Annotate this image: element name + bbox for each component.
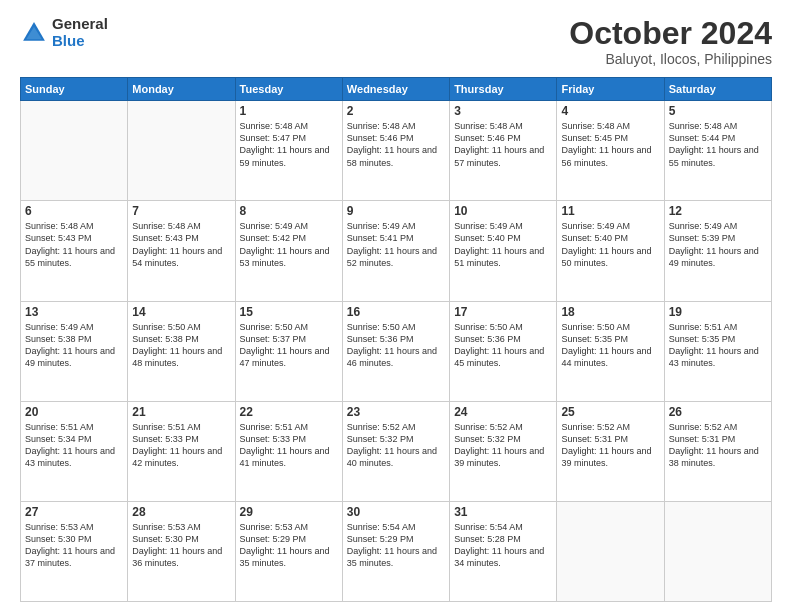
- calendar-row-2: 13Sunrise: 5:49 AMSunset: 5:38 PMDayligh…: [21, 301, 772, 401]
- calendar-cell: 31Sunrise: 5:54 AMSunset: 5:28 PMDayligh…: [450, 501, 557, 601]
- calendar-cell: 25Sunrise: 5:52 AMSunset: 5:31 PMDayligh…: [557, 401, 664, 501]
- day-number: 16: [347, 305, 445, 319]
- calendar-cell: 19Sunrise: 5:51 AMSunset: 5:35 PMDayligh…: [664, 301, 771, 401]
- day-info: Sunrise: 5:50 AMSunset: 5:36 PMDaylight:…: [454, 321, 552, 370]
- calendar-cell: 17Sunrise: 5:50 AMSunset: 5:36 PMDayligh…: [450, 301, 557, 401]
- month-title: October 2024: [569, 16, 772, 51]
- day-info: Sunrise: 5:49 AMSunset: 5:40 PMDaylight:…: [561, 220, 659, 269]
- logo-blue: Blue: [52, 33, 108, 50]
- day-info: Sunrise: 5:52 AMSunset: 5:32 PMDaylight:…: [454, 421, 552, 470]
- day-number: 15: [240, 305, 338, 319]
- day-info: Sunrise: 5:49 AMSunset: 5:39 PMDaylight:…: [669, 220, 767, 269]
- day-number: 7: [132, 204, 230, 218]
- calendar-cell: 22Sunrise: 5:51 AMSunset: 5:33 PMDayligh…: [235, 401, 342, 501]
- day-number: 5: [669, 104, 767, 118]
- day-info: Sunrise: 5:49 AMSunset: 5:38 PMDaylight:…: [25, 321, 123, 370]
- day-number: 4: [561, 104, 659, 118]
- day-number: 13: [25, 305, 123, 319]
- day-number: 10: [454, 204, 552, 218]
- calendar-cell: 28Sunrise: 5:53 AMSunset: 5:30 PMDayligh…: [128, 501, 235, 601]
- day-info: Sunrise: 5:49 AMSunset: 5:40 PMDaylight:…: [454, 220, 552, 269]
- logo-text: General Blue: [52, 16, 108, 49]
- day-number: 31: [454, 505, 552, 519]
- logo-icon: [20, 19, 48, 47]
- day-info: Sunrise: 5:52 AMSunset: 5:32 PMDaylight:…: [347, 421, 445, 470]
- day-number: 12: [669, 204, 767, 218]
- calendar-cell: 24Sunrise: 5:52 AMSunset: 5:32 PMDayligh…: [450, 401, 557, 501]
- day-info: Sunrise: 5:54 AMSunset: 5:29 PMDaylight:…: [347, 521, 445, 570]
- day-info: Sunrise: 5:53 AMSunset: 5:30 PMDaylight:…: [132, 521, 230, 570]
- day-info: Sunrise: 5:49 AMSunset: 5:42 PMDaylight:…: [240, 220, 338, 269]
- logo-general: General: [52, 16, 108, 33]
- day-info: Sunrise: 5:48 AMSunset: 5:43 PMDaylight:…: [25, 220, 123, 269]
- day-number: 19: [669, 305, 767, 319]
- day-number: 11: [561, 204, 659, 218]
- calendar-header-thursday: Thursday: [450, 78, 557, 101]
- calendar-cell: 29Sunrise: 5:53 AMSunset: 5:29 PMDayligh…: [235, 501, 342, 601]
- day-number: 22: [240, 405, 338, 419]
- calendar-cell: 6Sunrise: 5:48 AMSunset: 5:43 PMDaylight…: [21, 201, 128, 301]
- calendar-cell: [21, 101, 128, 201]
- day-info: Sunrise: 5:53 AMSunset: 5:29 PMDaylight:…: [240, 521, 338, 570]
- day-number: 2: [347, 104, 445, 118]
- day-info: Sunrise: 5:51 AMSunset: 5:33 PMDaylight:…: [240, 421, 338, 470]
- day-info: Sunrise: 5:48 AMSunset: 5:46 PMDaylight:…: [347, 120, 445, 169]
- calendar-cell: 21Sunrise: 5:51 AMSunset: 5:33 PMDayligh…: [128, 401, 235, 501]
- calendar-header-tuesday: Tuesday: [235, 78, 342, 101]
- calendar-cell: 4Sunrise: 5:48 AMSunset: 5:45 PMDaylight…: [557, 101, 664, 201]
- calendar-cell: 15Sunrise: 5:50 AMSunset: 5:37 PMDayligh…: [235, 301, 342, 401]
- calendar-cell: 11Sunrise: 5:49 AMSunset: 5:40 PMDayligh…: [557, 201, 664, 301]
- day-number: 17: [454, 305, 552, 319]
- calendar-cell: 14Sunrise: 5:50 AMSunset: 5:38 PMDayligh…: [128, 301, 235, 401]
- day-number: 24: [454, 405, 552, 419]
- calendar-row-3: 20Sunrise: 5:51 AMSunset: 5:34 PMDayligh…: [21, 401, 772, 501]
- calendar-cell: 7Sunrise: 5:48 AMSunset: 5:43 PMDaylight…: [128, 201, 235, 301]
- calendar-row-0: 1Sunrise: 5:48 AMSunset: 5:47 PMDaylight…: [21, 101, 772, 201]
- day-number: 6: [25, 204, 123, 218]
- location: Baluyot, Ilocos, Philippines: [569, 51, 772, 67]
- day-number: 27: [25, 505, 123, 519]
- day-info: Sunrise: 5:48 AMSunset: 5:45 PMDaylight:…: [561, 120, 659, 169]
- day-info: Sunrise: 5:51 AMSunset: 5:34 PMDaylight:…: [25, 421, 123, 470]
- day-number: 18: [561, 305, 659, 319]
- page: General Blue October 2024 Baluyot, Iloco…: [0, 0, 792, 612]
- calendar-cell: [557, 501, 664, 601]
- calendar-header-monday: Monday: [128, 78, 235, 101]
- header: General Blue October 2024 Baluyot, Iloco…: [20, 16, 772, 67]
- calendar-row-1: 6Sunrise: 5:48 AMSunset: 5:43 PMDaylight…: [21, 201, 772, 301]
- day-number: 29: [240, 505, 338, 519]
- calendar-cell: 20Sunrise: 5:51 AMSunset: 5:34 PMDayligh…: [21, 401, 128, 501]
- logo: General Blue: [20, 16, 108, 49]
- day-number: 3: [454, 104, 552, 118]
- calendar-row-4: 27Sunrise: 5:53 AMSunset: 5:30 PMDayligh…: [21, 501, 772, 601]
- calendar-cell: 5Sunrise: 5:48 AMSunset: 5:44 PMDaylight…: [664, 101, 771, 201]
- day-info: Sunrise: 5:52 AMSunset: 5:31 PMDaylight:…: [561, 421, 659, 470]
- calendar-cell: 10Sunrise: 5:49 AMSunset: 5:40 PMDayligh…: [450, 201, 557, 301]
- day-number: 9: [347, 204, 445, 218]
- day-info: Sunrise: 5:48 AMSunset: 5:47 PMDaylight:…: [240, 120, 338, 169]
- day-info: Sunrise: 5:50 AMSunset: 5:37 PMDaylight:…: [240, 321, 338, 370]
- calendar-header-friday: Friday: [557, 78, 664, 101]
- calendar-cell: 3Sunrise: 5:48 AMSunset: 5:46 PMDaylight…: [450, 101, 557, 201]
- day-info: Sunrise: 5:53 AMSunset: 5:30 PMDaylight:…: [25, 521, 123, 570]
- calendar-cell: 13Sunrise: 5:49 AMSunset: 5:38 PMDayligh…: [21, 301, 128, 401]
- calendar-cell: 9Sunrise: 5:49 AMSunset: 5:41 PMDaylight…: [342, 201, 449, 301]
- calendar-cell: 1Sunrise: 5:48 AMSunset: 5:47 PMDaylight…: [235, 101, 342, 201]
- calendar-cell: 23Sunrise: 5:52 AMSunset: 5:32 PMDayligh…: [342, 401, 449, 501]
- calendar-cell: [664, 501, 771, 601]
- day-number: 26: [669, 405, 767, 419]
- day-info: Sunrise: 5:48 AMSunset: 5:44 PMDaylight:…: [669, 120, 767, 169]
- day-number: 20: [25, 405, 123, 419]
- day-info: Sunrise: 5:50 AMSunset: 5:35 PMDaylight:…: [561, 321, 659, 370]
- calendar-cell: 16Sunrise: 5:50 AMSunset: 5:36 PMDayligh…: [342, 301, 449, 401]
- day-number: 28: [132, 505, 230, 519]
- calendar-cell: 18Sunrise: 5:50 AMSunset: 5:35 PMDayligh…: [557, 301, 664, 401]
- title-section: October 2024 Baluyot, Ilocos, Philippine…: [569, 16, 772, 67]
- calendar-header-sunday: Sunday: [21, 78, 128, 101]
- day-info: Sunrise: 5:48 AMSunset: 5:46 PMDaylight:…: [454, 120, 552, 169]
- day-info: Sunrise: 5:50 AMSunset: 5:38 PMDaylight:…: [132, 321, 230, 370]
- day-info: Sunrise: 5:51 AMSunset: 5:35 PMDaylight:…: [669, 321, 767, 370]
- calendar-table: SundayMondayTuesdayWednesdayThursdayFrid…: [20, 77, 772, 602]
- calendar-cell: 8Sunrise: 5:49 AMSunset: 5:42 PMDaylight…: [235, 201, 342, 301]
- calendar-cell: 2Sunrise: 5:48 AMSunset: 5:46 PMDaylight…: [342, 101, 449, 201]
